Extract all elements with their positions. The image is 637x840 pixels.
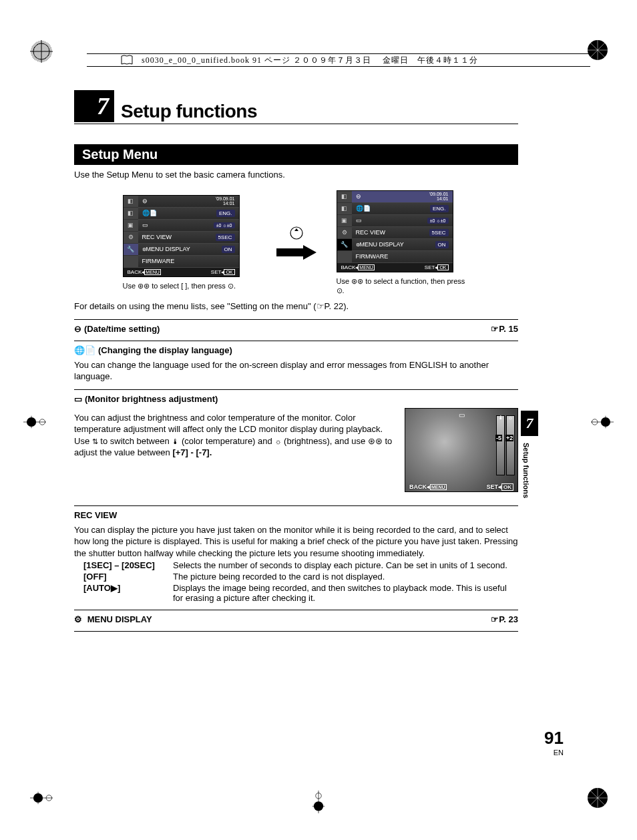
sun-icon: ☼ — [274, 437, 281, 447]
svg-point-3 — [31, 41, 52, 62]
header-text: s0030_e_00_0_unified.book 91 ページ ２００９年７月… — [142, 55, 478, 66]
regmark-mid-left — [23, 411, 46, 433]
opt-off: [OFF]The picture being recorded to the c… — [83, 572, 518, 582]
regmark-bot-right — [586, 787, 609, 809]
running-header: s0030_e_00_0_unified.book 91 ページ ２００９年７月… — [87, 53, 590, 67]
arrow-right-icon — [276, 245, 316, 260]
transition-arrow — [276, 225, 316, 260]
page-ref-23: ☞P. 23 — [491, 614, 518, 624]
side-tab: 7 Setup functions — [521, 411, 538, 501]
side-tab-text: Setup functions — [521, 440, 532, 501]
side-tab-number: 7 — [521, 411, 538, 436]
regmark-bot-left — [30, 787, 53, 809]
gear-small-icon: ⚙ — [74, 614, 82, 624]
row-lang-heading: 🌐📄(Changing the display language) — [74, 345, 518, 355]
clock-icon: ⊖ — [74, 324, 81, 334]
chapter-title: Setup functions — [121, 101, 257, 122]
regmark-bot-center — [307, 791, 330, 813]
page: s0030_e_00_0_unified.book 91 ページ ２００９年７月… — [0, 0, 637, 840]
page-number: 91 EN — [544, 728, 564, 757]
chapter-number: 7 — [74, 90, 114, 122]
rec-view-body: You can display the picture you have jus… — [74, 524, 518, 560]
menu-screenshot-right: ◧◧▣⚙🔧 ⊖'09.09.0114:01 🌐📄ENG. ▭±0 ☼±0 REC… — [337, 190, 453, 272]
intro-text: Use the Setup Menu to set the basic came… — [74, 169, 518, 181]
caption-right: Use ⊛⊛ to select a function, then press … — [337, 276, 470, 296]
details-line: For details on using the menu lists, see… — [74, 300, 518, 312]
updown-icon: ⇅ — [92, 437, 98, 447]
opt-1sec: [1SEC] – [20SEC]Selects the number of se… — [83, 560, 518, 570]
globe-list-icon: 🌐📄 — [74, 345, 95, 355]
monitor-preview: ▭ 🌡-5 ☼+2 BACK◂MENUSET◂OK — [405, 408, 518, 492]
regmark-top-left — [30, 40, 53, 63]
page-ref: ☞P. 15 — [491, 324, 518, 334]
menu-date-icon: ⊖ — [142, 198, 148, 204]
thermometer-icon: 🌡 — [172, 437, 179, 447]
rec-view-options: [1SEC] – [20SEC]Selects the number of se… — [83, 560, 518, 603]
content: 7 Setup functions Setup Menu Use the Set… — [74, 90, 518, 636]
menu-screenshot-left: ◧◧▣⚙🔧 ⊖'09.09.0114:01 🌐📄ENG. ▭±0 ☼±0 REC… — [123, 195, 240, 277]
chapter-header: 7 Setup functions — [74, 90, 518, 122]
rec-view-heading: REC VIEW — [74, 510, 518, 520]
lang-body: You can change the language used for the… — [74, 359, 518, 383]
row-menu-display: ⚙ MENU DISPLAY ☞P. 23 — [74, 614, 518, 624]
row-monitor-heading: ▭(Monitor brightness adjustment) — [74, 394, 518, 404]
caption-left: Use ⊛⊛ to select [ ], then press ⊙. — [123, 281, 256, 290]
menu-screenshots: ◧◧▣⚙🔧 ⊖'09.09.0114:01 🌐📄ENG. ▭±0 ☼±0 REC… — [74, 190, 518, 296]
monitor-body: You can adjust the brightness and color … — [74, 412, 394, 492]
book-icon — [120, 55, 134, 65]
opt-auto: [AUTO▶]Displays the image being recorded… — [83, 583, 518, 603]
row-date-heading: ⊖(Date/time setting) ☞P. 15 — [74, 324, 518, 334]
monitor-top-icon: ▭ — [459, 411, 465, 419]
section-title: Setup Menu — [74, 144, 518, 165]
monitor-icon: ▭ — [74, 394, 82, 404]
regmark-mid-right — [591, 411, 614, 433]
dpad-icon — [290, 225, 303, 241]
